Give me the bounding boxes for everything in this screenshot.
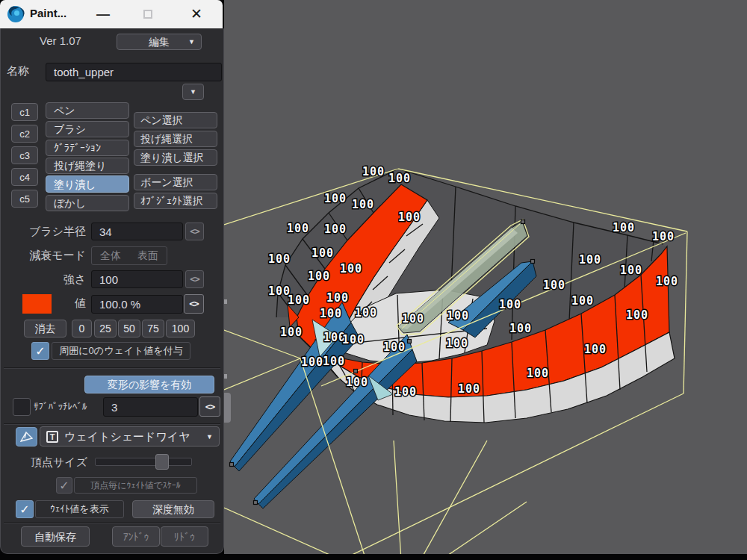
name-input[interactable] <box>46 63 222 81</box>
viewport-edge-tick-2 <box>224 374 227 379</box>
erase-preset-50[interactable]: 50 <box>118 320 140 337</box>
svg-text:100: 100 <box>398 211 421 224</box>
vertex-scale-checkbox[interactable]: ✓ <box>56 477 72 494</box>
select-object-button[interactable]: ｵﾌﾞｼﾞｪｸﾄ選択 <box>134 193 217 209</box>
svg-text:100: 100 <box>383 340 406 354</box>
channel-c2-button[interactable]: c2 <box>11 125 38 143</box>
channel-c5-button[interactable]: c5 <box>11 190 38 208</box>
edit-menu-dropdown[interactable]: 編集 ▼ <box>117 34 202 50</box>
vertex-size-label: 頂点サイズ <box>31 455 87 470</box>
chevron-down-icon: ▼ <box>206 433 213 440</box>
vertex-scale-label: 頂点毎にｳｪｲﾄ値でｽｹｰﾙ <box>74 477 197 494</box>
value-label: 値 <box>1 296 86 311</box>
erase-button[interactable]: 消去 <box>24 320 66 337</box>
collapse-chevron-button[interactable]: ▼ <box>182 84 204 100</box>
surround-zero-checkbox[interactable]: ✓ <box>31 342 49 360</box>
svg-text:100: 100 <box>308 270 330 283</box>
vertex-size-slider-track[interactable] <box>95 458 192 466</box>
svg-text:100: 100 <box>324 223 347 236</box>
subpatch-input[interactable] <box>103 397 198 417</box>
channel-c1-button[interactable]: c1 <box>11 103 38 121</box>
svg-text:100: 100 <box>626 308 648 322</box>
chevron-down-icon: ▼ <box>188 39 195 46</box>
svg-text:100: 100 <box>324 192 347 205</box>
select-fill-button[interactable]: 塗り潰し選択 <box>134 149 217 166</box>
check-icon: ✓ <box>19 503 29 517</box>
strength-label: 強さ <box>1 273 86 287</box>
edit-menu-label: 編集 <box>149 37 170 47</box>
divider <box>4 522 220 523</box>
select-lasso-button[interactable]: 投げ縄選択 <box>134 131 217 147</box>
shade-mode-dropdown[interactable]: T ウェイトシェードワイヤ ▼ <box>40 426 220 447</box>
brush-radius-stepper[interactable]: <> <box>185 223 204 240</box>
window-title: Paint... <box>30 7 66 19</box>
maximize-icon <box>143 10 152 19</box>
svg-text:100: 100 <box>340 262 362 276</box>
viewport-3d[interactable]: 1001001001001001001001001001001001001001… <box>224 0 747 554</box>
brush-radius-label: ブラシ半径 <box>1 225 86 239</box>
subpatch-stepper[interactable]: <> <box>199 396 220 417</box>
select-pen-button[interactable]: ペン選択 <box>134 112 217 128</box>
tool-lasso-fill-button[interactable]: 投げ縄塗り <box>46 158 129 174</box>
maximize-button[interactable] <box>133 0 163 28</box>
svg-text:100: 100 <box>388 172 411 185</box>
value-stepper[interactable]: <> <box>184 294 204 314</box>
shade-mode-value: ウェイトシェードワイヤ <box>64 431 190 442</box>
svg-text:100: 100 <box>301 355 323 369</box>
svg-text:100: 100 <box>355 306 377 320</box>
erase-preset-75[interactable]: 75 <box>142 320 164 337</box>
wire-toggle-button[interactable] <box>16 427 37 447</box>
svg-text:100: 100 <box>323 355 345 368</box>
weight-display-label[interactable]: ｳｪｲﾄ値を表示 <box>35 500 124 518</box>
decay-mode-group[interactable]: 全体 表面 <box>91 246 167 265</box>
chevron-down-icon: ▼ <box>190 89 196 96</box>
svg-text:100: 100 <box>362 165 385 178</box>
svg-text:100: 100 <box>613 221 635 234</box>
value-input[interactable] <box>91 295 183 314</box>
decay-option-whole[interactable]: 全体 <box>100 249 121 263</box>
channel-c4-button[interactable]: c4 <box>11 168 38 186</box>
version-label: Ver 1.07 <box>40 34 81 47</box>
channel-c3-button[interactable]: c3 <box>11 146 38 164</box>
surround-zero-label[interactable]: 周囲に0のウェイト値を付与 <box>52 342 190 360</box>
redo-button[interactable]: ﾘﾄﾞｩ <box>161 526 208 547</box>
name-label: 名称 <box>7 64 29 78</box>
deform-influence-button[interactable]: 変形の影響を有効 <box>84 376 214 393</box>
vertex-size-slider-handle[interactable] <box>155 454 169 470</box>
erase-preset-25[interactable]: 25 <box>94 320 117 337</box>
tool-pen-button[interactable]: ペン <box>46 102 129 119</box>
brush-radius-input[interactable] <box>91 223 183 240</box>
tool-blur-button[interactable]: ぼかし <box>46 195 129 211</box>
minimize-button[interactable]: — <box>88 0 118 28</box>
strength-input[interactable] <box>91 270 183 288</box>
svg-text:100: 100 <box>579 253 601 267</box>
undo-button[interactable]: ｱﾝﾄﾞｩ <box>112 526 160 547</box>
erase-preset-0[interactable]: 0 <box>72 320 92 337</box>
svg-text:100: 100 <box>446 337 468 350</box>
svg-text:100: 100 <box>584 343 607 356</box>
tool-fill-button[interactable]: 塗り潰し <box>46 175 129 193</box>
titlebar[interactable]: Paint... — ✕ <box>0 0 223 28</box>
autosave-button[interactable]: 自動保存 <box>21 526 90 547</box>
decay-option-surface[interactable]: 表面 <box>137 249 158 263</box>
select-bone-button[interactable]: ボーン選択 <box>134 174 217 190</box>
svg-text:100: 100 <box>342 333 365 346</box>
strength-stepper[interactable]: <> <box>185 270 204 288</box>
svg-text:100: 100 <box>280 326 303 339</box>
depth-disable-button[interactable]: 深度無効 <box>132 500 214 518</box>
svg-text:100: 100 <box>402 312 424 326</box>
viewport-svg[interactable]: 1001001001001001001001001001001001001001… <box>224 0 747 554</box>
svg-text:100: 100 <box>652 230 675 243</box>
svg-text:100: 100 <box>620 264 642 277</box>
erase-preset-100[interactable]: 100 <box>166 320 195 337</box>
subpatch-checkbox[interactable] <box>13 398 31 416</box>
tool-gradation-button[interactable]: ｸﾞﾗﾃﾞｰｼｮﾝ <box>46 140 129 156</box>
svg-text:100: 100 <box>287 222 309 235</box>
viewport-edge-handle[interactable] <box>224 393 231 423</box>
paint-tool-window: 1001001001001001001001001001001001001001… <box>0 0 747 560</box>
svg-text:100: 100 <box>346 376 368 389</box>
weight-display-checkbox[interactable]: ✓ <box>16 500 34 518</box>
tool-brush-button[interactable]: ブラシ <box>46 121 129 137</box>
svg-text:100: 100 <box>499 298 521 311</box>
close-button[interactable]: ✕ <box>182 0 211 28</box>
